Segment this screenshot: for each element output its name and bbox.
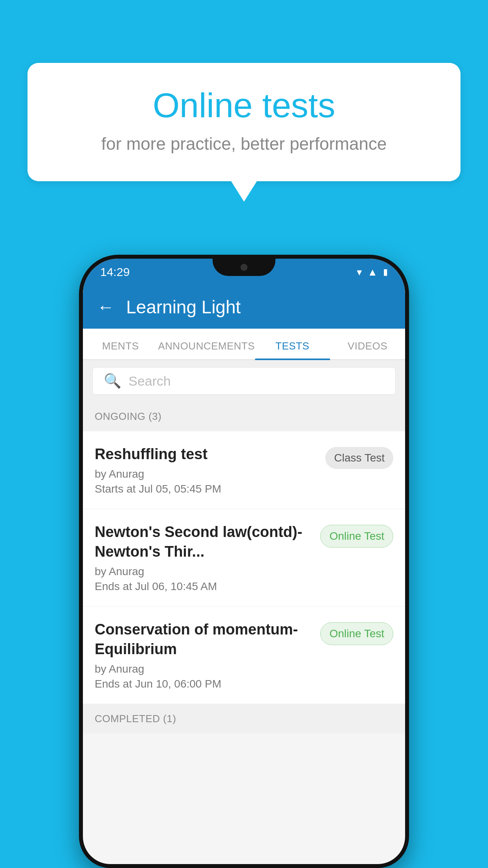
app-title: Learning Light: [126, 296, 241, 318]
test-item-1[interactable]: Reshuffling test by Anurag Starts at Jul…: [83, 431, 405, 509]
phone-mockup: 14:29 ▾ ▲ ▮ ← Learning Light MENTS ANNOU…: [79, 255, 409, 868]
test-item-2[interactable]: Newton's Second law(contd)-Newton's Thir…: [83, 509, 405, 607]
test-info-2: Newton's Second law(contd)-Newton's Thir…: [95, 522, 312, 593]
search-container: 🔍 Search: [83, 360, 405, 402]
test-name-1: Reshuffling test: [95, 445, 317, 464]
test-author-1: by Anurag: [95, 468, 317, 480]
test-badge-1: Class Test: [325, 447, 393, 469]
speech-bubble-card: Online tests for more practice, better p…: [28, 63, 460, 181]
test-list: Reshuffling test by Anurag Starts at Jul…: [83, 431, 405, 704]
phone-notch: [213, 259, 275, 276]
ongoing-section-header: ONGOING (3): [83, 402, 405, 431]
bubble-subtitle: for more practice, better performance: [59, 134, 429, 154]
search-bar[interactable]: 🔍 Search: [92, 367, 396, 395]
tabs-container: MENTS ANNOUNCEMENTS TESTS VIDEOS: [83, 329, 405, 360]
promo-speech-bubble: Online tests for more practice, better p…: [28, 63, 460, 181]
status-icons: ▾ ▲ ▮: [357, 266, 388, 278]
tab-ments[interactable]: MENTS: [83, 340, 158, 359]
test-badge-3: Online Test: [320, 622, 393, 645]
test-author-3: by Anurag: [95, 663, 312, 675]
test-item-3[interactable]: Conservation of momentum-Equilibrium by …: [83, 607, 405, 704]
app-bar: ← Learning Light: [83, 285, 405, 329]
bubble-title: Online tests: [59, 86, 429, 125]
back-button[interactable]: ←: [97, 297, 114, 317]
tab-announcements[interactable]: ANNOUNCEMENTS: [158, 340, 255, 359]
test-badge-2: Online Test: [320, 525, 393, 548]
test-time-3: Ends at Jun 10, 06:00 PM: [95, 678, 312, 690]
tab-tests[interactable]: TESTS: [255, 340, 330, 359]
test-name-3: Conservation of momentum-Equilibrium: [95, 620, 312, 659]
phone-frame: 14:29 ▾ ▲ ▮ ← Learning Light MENTS ANNOU…: [79, 255, 409, 868]
wifi-icon: ▾: [357, 266, 362, 278]
tab-videos[interactable]: VIDEOS: [330, 340, 405, 359]
search-icon: 🔍: [104, 373, 121, 389]
test-info-3: Conservation of momentum-Equilibrium by …: [95, 620, 312, 690]
status-time: 14:29: [100, 265, 130, 279]
battery-icon: ▮: [383, 267, 388, 277]
search-placeholder: Search: [128, 373, 171, 389]
test-time-2: Ends at Jul 06, 10:45 AM: [95, 580, 312, 593]
test-name-2: Newton's Second law(contd)-Newton's Thir…: [95, 522, 312, 561]
test-time-1: Starts at Jul 05, 05:45 PM: [95, 483, 317, 495]
phone-screen: 14:29 ▾ ▲ ▮ ← Learning Light MENTS ANNOU…: [83, 259, 405, 864]
test-author-2: by Anurag: [95, 565, 312, 578]
signal-icon: ▲: [367, 266, 378, 278]
completed-section-header: COMPLETED (1): [83, 704, 405, 734]
test-info-1: Reshuffling test by Anurag Starts at Jul…: [95, 445, 317, 495]
camera-dot: [240, 264, 248, 271]
